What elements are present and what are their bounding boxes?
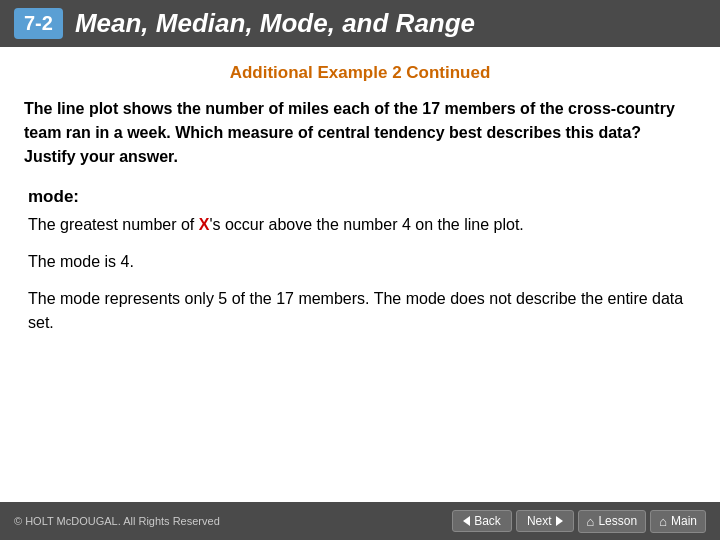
- body1-x: X: [199, 216, 210, 233]
- page-title: Mean, Median, Mode, and Range: [75, 8, 475, 39]
- body1-prefix: The greatest number of: [28, 216, 199, 233]
- footer-bar: © HOLT McDOUGAL. All Rights Reserved Bac…: [0, 502, 720, 540]
- section-badge: 7-2: [14, 8, 63, 39]
- page-container: 7-2 Mean, Median, Mode, and Range Additi…: [0, 0, 720, 540]
- next-button[interactable]: Next: [516, 510, 574, 532]
- back-arrow-icon: [463, 516, 470, 526]
- subtitle: Additional Example 2 Continued: [24, 63, 696, 83]
- main-label: Main: [671, 514, 697, 528]
- back-button[interactable]: Back: [452, 510, 512, 532]
- intro-text: The line plot shows the number of miles …: [24, 97, 696, 169]
- lesson-label: Lesson: [598, 514, 637, 528]
- main-button[interactable]: ⌂ Main: [650, 510, 706, 533]
- main-house-icon: ⌂: [659, 514, 667, 529]
- back-label: Back: [474, 514, 501, 528]
- next-label: Next: [527, 514, 552, 528]
- body-text-3: The mode represents only 5 of the 17 mem…: [28, 287, 696, 337]
- body-text-1: The greatest number of X's occur above t…: [28, 213, 696, 238]
- next-arrow-icon: [556, 516, 563, 526]
- nav-buttons: Back Next ⌂ Lesson ⌂ Main: [452, 510, 706, 533]
- body-text-2: The mode is 4.: [28, 250, 696, 275]
- header-bar: 7-2 Mean, Median, Mode, and Range: [0, 0, 720, 47]
- body1-suffix: 's occur above the number 4 on the line …: [209, 216, 523, 233]
- copyright-text: © HOLT McDOUGAL. All Rights Reserved: [14, 515, 220, 527]
- mode-label: mode:: [28, 187, 696, 207]
- lesson-house-icon: ⌂: [587, 514, 595, 529]
- main-content: Additional Example 2 Continued The line …: [0, 47, 720, 502]
- lesson-button[interactable]: ⌂ Lesson: [578, 510, 647, 533]
